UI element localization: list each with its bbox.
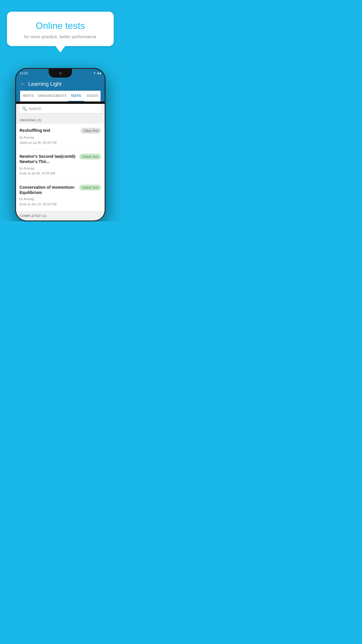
wifi-icon: ▼ (93, 72, 96, 75)
test-card-2-author: by Anurag (20, 166, 101, 171)
status-bar: 14:29 ▼ ◀ ▮ (16, 69, 105, 78)
test-card-1-top: Reshuffling test Class Test (20, 128, 101, 134)
test-card-3-meta: by Anurag Ends at Jun 10, 06:00 PM (20, 197, 101, 207)
speech-bubble-title: Online tests (14, 20, 107, 31)
phone-mockup: 14:29 ▼ ◀ ▮ ← Learning Light MENTS (15, 68, 106, 221)
app-title: Learning Light (28, 81, 61, 87)
status-time: 14:29 (20, 71, 28, 75)
test-card-1-badge: Class Test (80, 128, 101, 134)
test-card-3-top: Conservation of momentum-Equilibrium Onl… (20, 185, 101, 195)
test-card-1-date: Starts at Jul 05, 05:45 PM (20, 140, 101, 146)
test-card-3[interactable]: Conservation of momentum-Equilibrium Onl… (16, 181, 105, 211)
app-header: ← Learning Light MENTS ANNOUNCEMENTS TES… (16, 78, 105, 102)
search-icon: 🔍 (22, 106, 27, 111)
tab-announcements[interactable]: ANNOUNCEMENTS (36, 91, 68, 102)
ongoing-section-header: ONGOING (3) (16, 116, 105, 124)
speech-bubble: Online tests for more practice, better p… (7, 12, 114, 46)
test-card-1[interactable]: Reshuffling test Class Test by Anurag St… (16, 124, 105, 149)
test-card-2-badge: Online Test (79, 154, 101, 160)
tab-tests[interactable]: TESTS (68, 91, 84, 102)
signal-icon: ◀ (97, 72, 99, 75)
tab-videos[interactable]: VIDEOS (84, 91, 101, 102)
search-input[interactable]: Search (29, 106, 99, 111)
content-area: 🔍 Search ONGOING (3) Reshuffling test Cl… (16, 104, 105, 220)
test-card-2-top: Newton's Second law(contd)-Newton's Thir… (20, 154, 101, 164)
speech-bubble-container: Online tests for more practice, better p… (0, 0, 121, 52)
test-card-2-meta: by Anurag Ends at Jul 06, 10:45 AM (20, 166, 101, 176)
test-card-3-date: Ends at Jun 10, 06:00 PM (20, 202, 101, 207)
search-bar[interactable]: 🔍 Search (19, 104, 102, 113)
test-card-1-title: Reshuffling test (20, 128, 78, 133)
tab-ments[interactable]: MENTS (20, 91, 36, 102)
phone-camera (59, 72, 62, 75)
phone-notch (49, 69, 72, 78)
phone-wrapper: 14:29 ▼ ◀ ▮ ← Learning Light MENTS (0, 52, 121, 221)
status-icons: ▼ ◀ ▮ (93, 72, 101, 75)
tabs-bar: MENTS ANNOUNCEMENTS TESTS VIDEOS (20, 91, 101, 102)
completed-section-header: COMPLETED (1) (16, 211, 105, 219)
speech-bubble-subtitle: for more practice, better performance (14, 34, 107, 39)
test-card-3-title: Conservation of momentum-Equilibrium (20, 185, 77, 195)
test-card-3-author: by Anurag (20, 197, 101, 202)
test-card-2[interactable]: Newton's Second law(contd)-Newton's Thir… (16, 150, 105, 180)
test-card-1-author: by Anurag (20, 135, 101, 140)
test-card-3-badge: Online Test (79, 185, 101, 190)
test-card-2-title: Newton's Second law(contd)-Newton's Thir… (20, 154, 77, 164)
back-button[interactable]: ← (20, 81, 25, 87)
test-card-1-meta: by Anurag Starts at Jul 05, 05:45 PM (20, 135, 101, 145)
app-title-row: ← Learning Light (20, 81, 101, 91)
battery-icon: ▮ (100, 72, 101, 75)
test-card-2-date: Ends at Jul 06, 10:45 AM (20, 171, 101, 176)
